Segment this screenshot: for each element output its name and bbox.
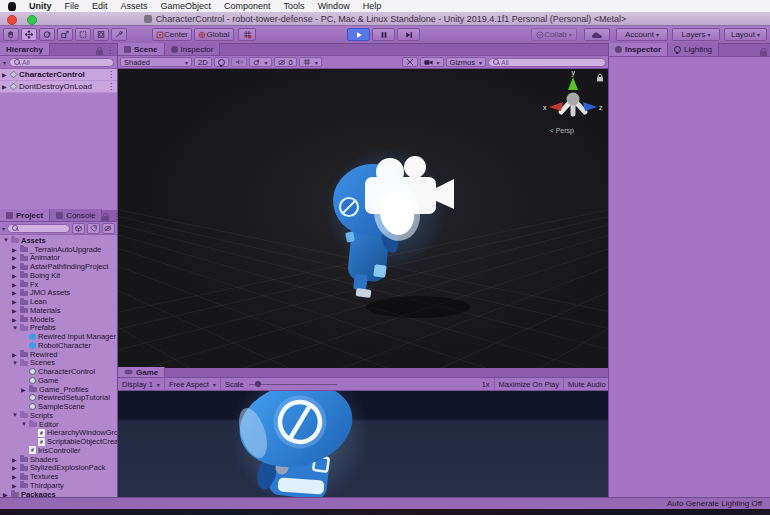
expand-arrow-icon[interactable]: ▶ — [2, 71, 8, 78]
perspective-label[interactable]: < Persp — [550, 127, 574, 134]
window-titlebar[interactable]: CharacterControl - robot-tower-defense -… — [0, 12, 770, 26]
menu-item[interactable]: GameObject — [161, 0, 212, 12]
project-tree-item[interactable]: ▶Textures — [0, 472, 117, 481]
expand-arrow-icon[interactable]: ▶ — [12, 272, 18, 279]
project-tree-item[interactable]: SampleScene — [0, 402, 117, 411]
expand-arrow-icon[interactable]: ▼ — [12, 325, 18, 331]
project-tree-item[interactable]: ▶Fx — [0, 280, 117, 289]
scene-visibility-toggle[interactable]: 0 — [274, 57, 297, 67]
menu-item[interactable]: File — [65, 0, 80, 12]
expand-arrow-icon[interactable]: ▶ — [12, 482, 18, 489]
move-tool-button[interactable] — [21, 28, 37, 41]
scene-camera-dropdown[interactable]: ▾ — [420, 57, 444, 67]
create-dropdown-icon[interactable]: ▾ — [3, 59, 6, 66]
menu-item[interactable]: Unity — [29, 0, 52, 12]
expand-arrow-icon[interactable]: ▶ — [12, 351, 18, 358]
project-tree-item[interactable]: ▼Prefabs — [0, 324, 117, 333]
project-tree-item[interactable]: RewiredSetupTutorial — [0, 394, 117, 403]
project-tree-item[interactable]: IrisController — [0, 446, 117, 455]
menu-item[interactable]: Tools — [284, 0, 305, 12]
scale-tool-button[interactable] — [57, 28, 73, 41]
project-tree-item[interactable]: ▶Packages — [0, 490, 117, 497]
project-tree-item[interactable]: ScriptableObjectCreator — [0, 437, 117, 446]
expand-arrow-icon[interactable]: ▼ — [12, 412, 18, 418]
project-tree-item[interactable]: ▶Models — [0, 315, 117, 324]
expand-arrow-icon[interactable]: ▶ — [21, 386, 27, 393]
tab-console[interactable]: Console — [50, 209, 102, 221]
scale-slider[interactable] — [249, 384, 337, 385]
aspect-dropdown[interactable]: Free Aspect ▾ — [165, 378, 221, 391]
project-tree-item[interactable]: ▶_TerrainAutoUpgrade — [0, 245, 117, 254]
menu-item[interactable]: Edit — [92, 0, 108, 12]
expand-arrow-icon[interactable]: ▶ — [12, 464, 18, 471]
project-tree-item[interactable]: ▶Materials — [0, 306, 117, 315]
menu-item[interactable]: Help — [363, 0, 382, 12]
account-dropdown[interactable]: Account ▾ — [616, 28, 668, 41]
shading-mode-dropdown[interactable]: Shaded ▾ — [120, 57, 192, 67]
auto-generate-lighting-status[interactable]: Auto Generate Lighting Off — [667, 499, 762, 508]
lock-icon[interactable] — [96, 50, 103, 55]
tab-lighting[interactable]: Lighting — [668, 43, 719, 56]
project-tree-item[interactable]: HierarchyWindowGroupHea — [0, 429, 117, 438]
project-tree-item[interactable]: ▶Shaders — [0, 455, 117, 464]
cloud-services-button[interactable] — [584, 28, 610, 41]
expand-arrow-icon[interactable]: ▶ — [12, 473, 18, 480]
scene-gizmos-dropdown[interactable]: Gizmos ▾ — [446, 57, 486, 67]
project-tree-item[interactable]: ▼Assets — [0, 236, 117, 245]
project-tree-item[interactable]: Game — [0, 376, 117, 385]
lock-icon[interactable] — [760, 51, 767, 56]
project-tree-item[interactable]: ▶Animator — [0, 254, 117, 263]
project-tree-item[interactable]: ▼Editor — [0, 420, 117, 429]
project-tree-item[interactable]: ▶Boing Kit — [0, 271, 117, 280]
tab-game[interactable]: Game — [118, 367, 165, 377]
hidden-packages-button[interactable] — [102, 223, 115, 234]
project-tree-item[interactable]: ▶JMO Assets — [0, 289, 117, 298]
mute-audio-button[interactable]: Mute Audio — [564, 378, 611, 391]
2d-toggle-button[interactable]: 2D — [194, 57, 212, 67]
project-tree-item[interactable]: Rewired Input Manager — [0, 332, 117, 341]
scene-lighting-toggle[interactable] — [214, 57, 229, 67]
hierarchy-item[interactable]: ▶DontDestroyOnLoad⋮ — [0, 81, 117, 93]
menu-item[interactable]: Window — [318, 0, 350, 12]
project-tree-item[interactable]: ▼Scenes — [0, 359, 117, 368]
scene-effects-dropdown[interactable]: ▾ — [249, 57, 272, 67]
collab-button[interactable]: Collab ▾ — [531, 28, 577, 41]
scene-search-input[interactable]: All — [488, 58, 606, 67]
zoom-window-button[interactable] — [27, 15, 37, 25]
rect-tool-button[interactable] — [75, 28, 91, 41]
project-tree-item[interactable]: ▼Scripts — [0, 411, 117, 420]
scene-tools-button[interactable] — [402, 57, 418, 67]
expand-arrow-icon[interactable]: ▼ — [21, 421, 27, 427]
expand-arrow-icon[interactable]: ▶ — [12, 263, 18, 270]
hierarchy-item[interactable]: ▶CharacterControl⋮ — [0, 69, 117, 81]
display-dropdown[interactable]: Display 1 ▾ — [118, 378, 165, 391]
project-tree-item[interactable]: ▶AstarPathfindingProject — [0, 262, 117, 271]
pivot-toggle-button[interactable]: Center — [152, 28, 192, 41]
game-viewport[interactable] — [118, 391, 608, 497]
layout-dropdown[interactable]: Layout ▾ — [724, 28, 767, 41]
play-button[interactable] — [347, 28, 370, 41]
pause-button[interactable] — [372, 28, 395, 41]
kebab-menu-icon[interactable]: ⋮ — [106, 47, 114, 55]
close-window-button[interactable] — [7, 15, 17, 25]
scene-viewport[interactable]: y x z < Persp — [118, 69, 608, 368]
project-search-input[interactable] — [7, 224, 70, 233]
search-by-type-button[interactable] — [72, 223, 85, 234]
expand-arrow-icon[interactable]: ▶ — [12, 307, 18, 314]
tab-inspector-docked[interactable]: Inspector — [165, 43, 221, 55]
search-by-label-button[interactable] — [87, 223, 100, 234]
lock-icon[interactable] — [102, 216, 109, 221]
apple-logo-icon[interactable] — [8, 2, 16, 11]
grid-snap-button[interactable] — [238, 28, 256, 41]
project-tree-item[interactable]: ▶Thirdparty — [0, 481, 117, 490]
project-tree-item[interactable]: ▶Rewired — [0, 350, 117, 359]
expand-arrow-icon[interactable]: ▶ — [12, 281, 18, 288]
step-button[interactable] — [397, 28, 420, 41]
project-tree-item[interactable]: ▶Lean — [0, 297, 117, 306]
expand-arrow-icon[interactable]: ▶ — [12, 246, 18, 253]
menu-item[interactable]: Component — [224, 0, 271, 12]
scene-audio-toggle[interactable] — [231, 57, 247, 67]
transform-tool-button[interactable] — [93, 28, 109, 41]
kebab-menu-icon[interactable]: ⋮ — [107, 83, 115, 91]
space-toggle-button[interactable]: Global — [194, 28, 234, 41]
